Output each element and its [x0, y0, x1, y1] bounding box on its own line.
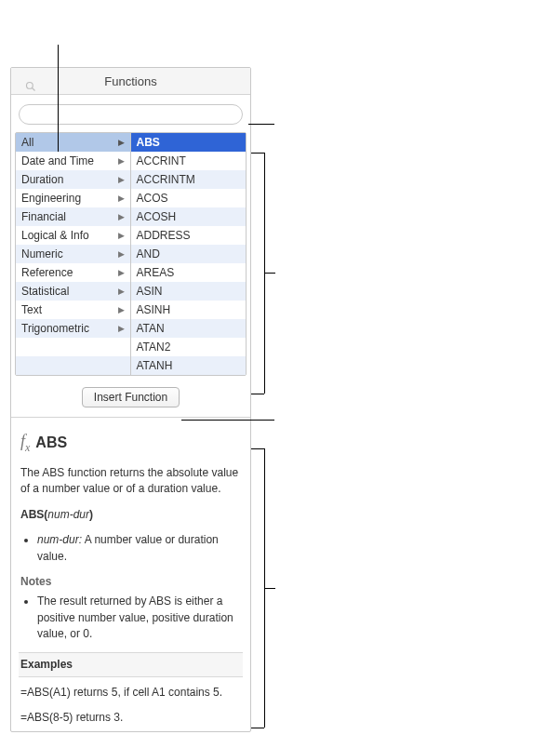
callout-leader [251, 394, 264, 394]
help-function-name: ABS [35, 432, 67, 453]
category-item[interactable]: Duration▶ [16, 170, 130, 189]
chevron-right-icon: ▶ [118, 133, 125, 152]
function-label: ASINH [137, 301, 171, 319]
function-column: ABSACCRINTACCRINTMACOSACOSHADDRESSANDARE… [131, 133, 247, 375]
category-item [16, 356, 130, 375]
fx-icon: fx [20, 429, 30, 456]
chevron-right-icon: ▶ [118, 170, 125, 189]
function-label: ADDRESS [137, 226, 191, 245]
callout-leader [248, 124, 274, 125]
function-item[interactable]: ABS [131, 133, 247, 152]
panel-title: Functions [11, 68, 250, 95]
function-label: ACCRINTM [137, 170, 195, 189]
chevron-right-icon: ▶ [118, 245, 125, 263]
callout-leader [264, 588, 275, 589]
function-label: ATANH [137, 356, 173, 375]
chevron-right-icon: ▶ [118, 301, 125, 319]
category-label: Text [21, 301, 42, 319]
insert-function-button[interactable]: Insert Function [82, 387, 180, 407]
function-item[interactable]: ASIN [131, 282, 247, 301]
callout-leader [181, 420, 274, 421]
chevron-right-icon: ▶ [118, 282, 125, 301]
search-container [11, 95, 250, 132]
function-label: ATAN2 [137, 338, 171, 356]
chevron-right-icon: ▶ [118, 319, 125, 338]
category-label: Statistical [21, 282, 69, 301]
category-item[interactable]: All▶ [16, 133, 130, 152]
function-browser: All▶Date and Time▶Duration▶Engineering▶F… [15, 132, 247, 376]
category-item[interactable]: Engineering▶ [16, 189, 130, 207]
callout-leader [264, 273, 275, 274]
category-label: Numeric [21, 245, 63, 263]
chevron-right-icon: ▶ [118, 189, 125, 207]
function-item[interactable]: ASINH [131, 301, 247, 319]
function-help: fx ABS The ABS function returns the abso… [11, 418, 250, 731]
category-label: Trigonometric [21, 319, 89, 338]
example-item: =ABS(A1) returns 5, if cell A1 contains … [20, 685, 241, 701]
notes-heading: Notes [20, 574, 241, 590]
function-label: ACOS [137, 189, 168, 207]
category-item[interactable]: Text▶ [16, 301, 130, 319]
category-item[interactable]: Numeric▶ [16, 245, 130, 263]
callout-leader [58, 45, 59, 152]
examples-list: =ABS(A1) returns 5, if cell A1 contains … [20, 685, 241, 727]
argument-name: num-dur: [37, 533, 82, 546]
category-item[interactable]: Trigonometric▶ [16, 319, 130, 338]
category-item[interactable]: Financial▶ [16, 207, 130, 226]
function-label: ATAN [137, 319, 165, 338]
category-item[interactable]: Statistical▶ [16, 282, 130, 301]
chevron-right-icon: ▶ [118, 263, 125, 282]
function-item[interactable]: AND [131, 245, 247, 263]
callout-leader [251, 448, 264, 449]
svg-line-1 [33, 88, 35, 91]
insert-container: Insert Function [11, 376, 250, 417]
function-item[interactable]: ATANH [131, 356, 247, 375]
svg-point-0 [27, 83, 33, 89]
argument-list: num-dur: A number value or duration valu… [20, 532, 241, 565]
notes-list: The result returned by ABS is either a p… [20, 594, 241, 642]
function-label: AND [137, 245, 160, 263]
function-item[interactable]: ACCRINTM [131, 170, 247, 189]
function-label: ASIN [137, 282, 163, 301]
search-field-wrap [19, 104, 243, 125]
category-label: All [21, 133, 33, 152]
function-label: ACCRINT [137, 152, 186, 170]
search-input[interactable] [42, 105, 234, 124]
category-item[interactable]: Reference▶ [16, 263, 130, 282]
help-title-row: fx ABS [20, 429, 241, 456]
function-item[interactable]: ACOSH [131, 207, 247, 226]
callout-leader [251, 728, 264, 728]
chevron-right-icon: ▶ [118, 226, 125, 245]
category-label: Engineering [21, 189, 81, 207]
function-item[interactable]: ATAN [131, 319, 247, 338]
category-label: Duration [21, 170, 63, 189]
category-item[interactable]: Logical & Info▶ [16, 226, 130, 245]
function-item[interactable]: AREAS [131, 263, 247, 282]
category-label: Financial [21, 207, 66, 226]
syntax-fn: ABS [20, 508, 44, 521]
functions-panel: Functions All▶Date and Time▶Duration▶Eng… [10, 67, 251, 732]
syntax-arg: num-dur [47, 508, 89, 521]
category-label: Reference [21, 263, 73, 282]
function-label: AREAS [137, 263, 175, 282]
help-summary: The ABS function returns the absolute va… [20, 465, 241, 498]
help-syntax: ABS(num-dur) [20, 507, 241, 523]
category-label: Date and Time [21, 152, 94, 170]
example-item: =ABS(8-5) returns 3. [20, 710, 241, 726]
examples-heading: Examples [19, 652, 243, 677]
category-item[interactable]: Date and Time▶ [16, 152, 130, 170]
search-icon [25, 81, 36, 92]
category-label: Logical & Info [21, 226, 89, 245]
callout-leader [251, 153, 264, 154]
chevron-right-icon: ▶ [118, 207, 125, 226]
category-column: All▶Date and Time▶Duration▶Engineering▶F… [16, 133, 131, 375]
function-label: ABS [137, 133, 160, 152]
function-label: ACOSH [137, 207, 177, 226]
function-item[interactable]: ACCRINT [131, 152, 247, 170]
category-item [16, 338, 130, 356]
function-item[interactable]: ADDRESS [131, 226, 247, 245]
function-item[interactable]: ACOS [131, 189, 247, 207]
function-item[interactable]: ATAN2 [131, 338, 247, 356]
note-item: The result returned by ABS is either a p… [37, 594, 241, 642]
chevron-right-icon: ▶ [118, 152, 125, 170]
